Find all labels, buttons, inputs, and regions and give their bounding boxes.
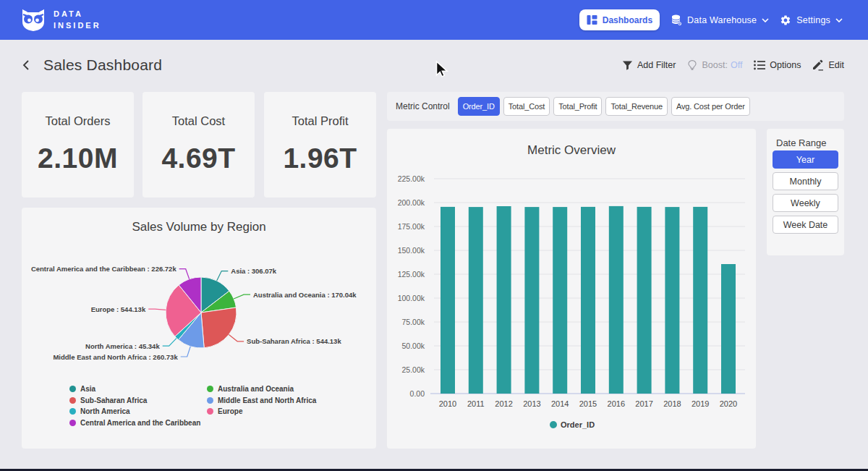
legend-item-sub-saharan-africa[interactable]: Sub-Saharan Africa xyxy=(69,396,207,404)
date-range-label: Date Range xyxy=(776,137,826,148)
x-tick-label: 2015 xyxy=(579,399,597,408)
y-tick-label: 150.00k xyxy=(398,246,425,255)
database-icon xyxy=(671,14,682,26)
owl-logo-icon xyxy=(20,8,46,33)
kpi-label: Total Cost xyxy=(172,114,225,128)
legend-item-central-america-and-the-caribbean[interactable]: Central America and the Caribbean xyxy=(69,419,207,427)
y-tick-label: 100.00k xyxy=(398,294,425,302)
metric-control-label: Metric Control xyxy=(396,101,450,111)
metric-button-total-revenue[interactable]: Total_Revenue xyxy=(605,97,667,116)
boost-value: Off xyxy=(731,60,742,70)
dashboards-label: Dashboards xyxy=(603,15,652,25)
bar-2011[interactable] xyxy=(469,207,483,394)
bar-2012[interactable] xyxy=(497,206,511,394)
bar-2018[interactable] xyxy=(665,207,679,394)
date-range-button-weekly[interactable]: Weekly xyxy=(773,194,838,212)
boost-rocket-icon xyxy=(687,59,697,71)
y-tick-label: 225.00k xyxy=(398,174,425,183)
boost-label: Boost: xyxy=(702,60,727,70)
y-tick-label: 125.00k xyxy=(398,270,425,279)
x-tick-label: 2013 xyxy=(523,399,540,408)
x-tick-label: 2019 xyxy=(692,399,709,408)
bar-legend-dot xyxy=(550,421,557,428)
bar-2017[interactable] xyxy=(637,207,652,394)
metric-button-order-id[interactable]: Order_ID xyxy=(458,97,500,116)
bar-legend-label[interactable]: Order_ID xyxy=(561,420,595,429)
legend-item-north-america[interactable]: North America xyxy=(69,407,207,415)
bar-2016[interactable] xyxy=(609,206,624,394)
legend-label: Australia and Oceania xyxy=(218,385,294,393)
y-tick-label: 200.00k xyxy=(398,198,425,207)
filter-icon xyxy=(622,60,633,71)
data-warehouse-label: Data Warehouse xyxy=(687,15,757,25)
legend-label: Sub-Saharan Africa xyxy=(80,396,147,404)
metric-buttons: Order_IDTotal_CostTotal_ProfitTotal_Reve… xyxy=(458,97,750,116)
legend-item-europe[interactable]: Europe xyxy=(207,407,316,415)
pie-label-line xyxy=(179,269,190,279)
legend-label: Asia xyxy=(80,385,95,393)
pie-chart-card: Sales Volume by Region Asia : 306.07kAus… xyxy=(22,208,376,449)
legend-label: Europe xyxy=(218,407,242,415)
bar-2019[interactable] xyxy=(693,207,707,394)
list-icon xyxy=(754,60,765,70)
boost-toggle[interactable]: Boost:Off xyxy=(687,59,742,71)
pie-slice-sub-saharan-africa[interactable] xyxy=(201,307,237,348)
kpi-label: Total Orders xyxy=(46,114,111,128)
x-tick-label: 2014 xyxy=(551,399,569,408)
legend-item-asia[interactable]: Asia xyxy=(69,385,207,393)
pie-label-line xyxy=(229,335,244,341)
kpi-card-total-cost: Total Cost 4.69T xyxy=(142,92,255,198)
kpi-value: 1.96T xyxy=(283,143,357,174)
chevron-down-icon xyxy=(835,18,843,22)
bar-2015[interactable] xyxy=(581,207,595,394)
pie-slice-label: Europe : 544.13k xyxy=(91,305,146,313)
settings-menu[interactable]: Settings xyxy=(780,14,843,26)
date-range-panel: Date Range YearMonthlyWeeklyWeek Date xyxy=(767,129,844,255)
bar-2020[interactable] xyxy=(721,264,736,394)
date-range-buttons: YearMonthlyWeeklyWeek Date xyxy=(773,150,838,234)
options-label: Options xyxy=(770,60,801,70)
date-range-button-week-date[interactable]: Week Date xyxy=(773,216,838,234)
y-tick-label: 0.00 xyxy=(410,389,425,398)
pie-legend: AsiaSub-Saharan AfricaNorth AmericaCentr… xyxy=(69,385,316,427)
pie-slice-label: Australia and Oceania : 170.04k xyxy=(253,291,357,299)
y-tick-label: 75.00k xyxy=(401,318,425,326)
metric-button-avg-cost-per-order[interactable]: Avg. Cost per Order xyxy=(671,97,750,116)
legend-item-australia-and-oceania[interactable]: Australia and Oceania xyxy=(207,385,316,393)
legend-item-middle-east-and-north-africa[interactable]: Middle East and North Africa xyxy=(207,396,316,404)
edit-button[interactable]: Edit xyxy=(812,59,844,71)
brand-logo[interactable]: DATA INSIDER xyxy=(20,8,101,33)
metric-button-total-cost[interactable]: Total_Cost xyxy=(503,97,550,116)
pie-label-line xyxy=(234,294,250,299)
bar-2013[interactable] xyxy=(524,207,539,394)
legend-dot xyxy=(207,397,213,404)
legend-label: North America xyxy=(80,407,130,415)
legend-dot xyxy=(69,386,76,392)
pie-slice-label: Asia : 306.07k xyxy=(231,267,277,275)
dashboard-icon xyxy=(587,14,597,25)
pie-slice-label: Central America and the Caribbean : 226.… xyxy=(31,265,177,273)
x-tick-label: 2020 xyxy=(720,399,737,408)
bar-2010[interactable] xyxy=(441,207,455,394)
add-filter-button[interactable]: Add Filter xyxy=(622,60,676,71)
bar-chart-card: Metric Overview 0.0025.00k50.00k75.00k10… xyxy=(387,129,756,449)
kpi-value: 4.69T xyxy=(161,143,235,174)
chevron-down-icon xyxy=(762,18,769,22)
pie-chart: Asia : 306.07kAustralia and Oceania : 17… xyxy=(22,208,376,381)
options-button[interactable]: Options xyxy=(754,60,801,70)
page-title: Sales Dashboard xyxy=(43,56,162,74)
brand-text: DATA INSIDER xyxy=(54,9,101,31)
metric-control-bar: Metric Control Order_IDTotal_CostTotal_P… xyxy=(387,92,844,121)
legend-label: Middle East and North Africa xyxy=(218,396,316,404)
bar-chart: 0.0025.00k50.00k75.00k100.00k125.00k150.… xyxy=(387,129,756,449)
back-button[interactable] xyxy=(20,59,32,72)
data-warehouse-menu[interactable]: Data Warehouse xyxy=(671,14,769,26)
dashboards-button[interactable]: Dashboards xyxy=(579,9,660,30)
date-range-button-monthly[interactable]: Monthly xyxy=(773,172,838,190)
bar-2014[interactable] xyxy=(553,207,567,394)
edit-label: Edit xyxy=(828,60,844,70)
date-range-button-year[interactable]: Year xyxy=(773,150,838,169)
metric-button-total-profit[interactable]: Total_Profit xyxy=(553,97,602,116)
pie-label-line xyxy=(148,309,166,310)
pie-slice-label: Middle East and North Africa : 260.73k xyxy=(53,353,178,361)
